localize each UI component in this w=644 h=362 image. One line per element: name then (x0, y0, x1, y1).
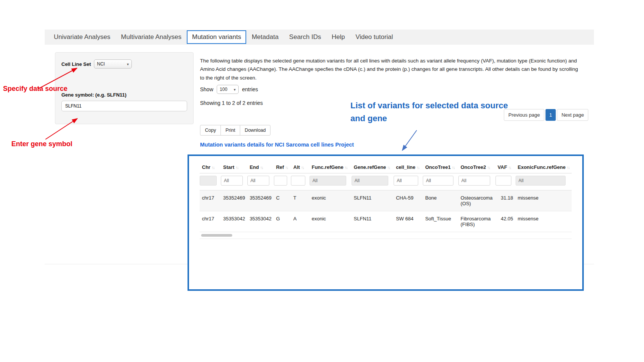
cell-gene-refgene: SLFN11 (352, 211, 394, 232)
column-header-cell-line[interactable]: cell_line↑↓ (394, 160, 423, 173)
variants-table-container: Chr↑↓Start↑↓End↑↓Ref↑↓Alt↑↓Func.refGene↑… (188, 154, 584, 291)
column-header-ref[interactable]: Ref↑↓ (274, 160, 291, 173)
tab-mutation-variants[interactable]: Mutation variants (187, 30, 246, 44)
column-header-func-refgene[interactable]: Func.refGene↑↓ (309, 160, 352, 173)
column-header-chr[interactable]: Chr↑↓ (200, 160, 221, 173)
cell-alt: A (291, 211, 309, 232)
scrollbar-thumb[interactable] (201, 234, 232, 237)
column-header-end[interactable]: End↑↓ (247, 160, 274, 173)
filter-cell (352, 173, 394, 190)
filter-end[interactable] (247, 176, 269, 186)
column-label: OncoTree2 (461, 164, 486, 170)
print-button[interactable]: Print (220, 125, 240, 136)
column-label: cell_line (396, 164, 415, 170)
filter-cell (247, 173, 274, 190)
column-label: Chr (202, 164, 210, 170)
download-button[interactable]: Download (240, 125, 271, 136)
sort-icon: ↑↓ (345, 165, 347, 170)
nav-tabs: Univariate AnalysesMultivariate Analyses… (48, 30, 398, 45)
tab-univariate-analyses[interactable]: Univariate Analyses (48, 30, 116, 44)
filter-cell (200, 173, 221, 190)
cell-oncotree2: Fibrosarcoma (FIBS) (458, 211, 496, 232)
filter-chr[interactable] (200, 176, 217, 186)
filter-oncotree2[interactable] (458, 176, 490, 186)
tab-search-ids[interactable]: Search IDs (284, 30, 326, 44)
tab-help[interactable]: Help (326, 30, 350, 44)
column-label: ExonicFunc.refGene (518, 164, 566, 170)
sort-icon: ↑↓ (285, 165, 288, 170)
gene-symbol-input[interactable] (61, 101, 187, 111)
sort-icon: ↑↓ (452, 165, 455, 170)
annotation-specify-data-source: Specify data source (3, 85, 67, 93)
filter-cell (516, 173, 572, 190)
column-header-start[interactable]: Start↑↓ (221, 160, 247, 173)
current-page-button[interactable]: 1 (546, 109, 556, 121)
filter-cell-line[interactable] (394, 176, 418, 186)
sort-icon: ↑↓ (487, 165, 490, 170)
sort-icon: ↑↓ (508, 165, 511, 170)
entries-per-page-value: 100 (220, 87, 227, 92)
column-label: Gene.refGene (354, 164, 386, 170)
cell-line-set-select[interactable]: NCI ▾ (94, 59, 132, 69)
cell-end: 35353042 (247, 211, 274, 232)
cell-exonicfunc-refgene: missense (516, 211, 572, 232)
previous-page-button[interactable]: Previous page (504, 109, 544, 121)
cell-oncotree2: Osteosarcoma (OS) (458, 190, 496, 211)
next-page-button[interactable]: Next page (557, 109, 588, 121)
filter-gene-refgene[interactable] (352, 176, 388, 186)
cell-ref: G (274, 211, 291, 232)
table-filter-row (200, 173, 572, 190)
blue-arrow-to-table (402, 130, 417, 150)
entries-per-page-select[interactable]: 100 ▾ (217, 85, 239, 94)
cell-end: 35352469 (247, 190, 274, 211)
cell-vaf: 42.05 (496, 211, 516, 232)
tab-multivariate-analyses[interactable]: Multivariate Analyses (116, 30, 187, 44)
cell-gene-refgene: SLFN11 (352, 190, 394, 211)
filter-cell (423, 173, 458, 190)
gene-symbol-label: Gene symbol: (e.g. SLFN11) (61, 92, 187, 98)
filter-cell (458, 173, 496, 190)
annotation-list-of-variants: List of variants for selected data sourc… (350, 99, 513, 125)
filter-alt[interactable] (291, 176, 305, 186)
column-header-gene-refgene[interactable]: Gene.refGene↑↓ (352, 160, 394, 173)
sort-icon: ↑↓ (567, 165, 569, 170)
horizontal-scrollbar[interactable] (200, 233, 572, 239)
pagination: Previous page 1 Next page (504, 109, 588, 121)
column-header-exonicfunc-refgene[interactable]: ExonicFunc.refGene↑↓ (516, 160, 572, 173)
filter-func-refgene[interactable] (309, 176, 346, 186)
cell-start: 35352469 (221, 190, 247, 211)
cell-exonicfunc-refgene: missense (516, 190, 572, 211)
filter-cell (274, 173, 291, 190)
cell-func-refgene: exonic (309, 190, 352, 211)
column-label: Ref (276, 164, 284, 170)
column-label: OncoTree1 (425, 164, 450, 170)
filter-cell (309, 173, 352, 190)
show-entries-row: Show 100 ▾ entries (200, 85, 258, 94)
input-panel: Cell Line Set NCI ▾ Gene symbol: (e.g. S… (55, 52, 194, 124)
export-button-group: Copy Print Download (200, 125, 270, 136)
column-label: Start (223, 164, 234, 170)
cell-func-refgene: exonic (309, 211, 352, 232)
filter-vaf[interactable] (496, 176, 511, 186)
filter-cell (221, 173, 247, 190)
cell-start: 35353042 (221, 211, 247, 232)
cell-line-set-value: NCI (97, 61, 105, 67)
filter-cell (394, 173, 423, 190)
column-header-oncotree2[interactable]: OncoTree2↑↓ (458, 160, 496, 173)
tab-video-tutorial[interactable]: Video tutorial (350, 30, 398, 44)
column-header-vaf[interactable]: VAF↑↓ (496, 160, 516, 173)
column-header-alt[interactable]: Alt↑↓ (291, 160, 309, 173)
page: Univariate AnalysesMultivariate Analyses… (0, 0, 644, 362)
cell-line-set-label: Cell Line Set (61, 61, 91, 67)
cell-cell-line: SW 684 (394, 211, 423, 232)
filter-cell (496, 173, 516, 190)
filter-ref[interactable] (274, 176, 287, 186)
column-header-oncotree1[interactable]: OncoTree1↑↓ (423, 160, 458, 173)
tab-metadata[interactable]: Metadata (246, 30, 284, 44)
table-title-link[interactable]: Mutation variants details for NCI Sarcom… (200, 142, 354, 148)
filter-oncotree1[interactable] (423, 176, 453, 186)
filter-start[interactable] (221, 176, 243, 186)
cell-ref: C (274, 190, 291, 211)
copy-button[interactable]: Copy (200, 125, 221, 136)
filter-exonicfunc-refgene[interactable] (516, 176, 566, 186)
